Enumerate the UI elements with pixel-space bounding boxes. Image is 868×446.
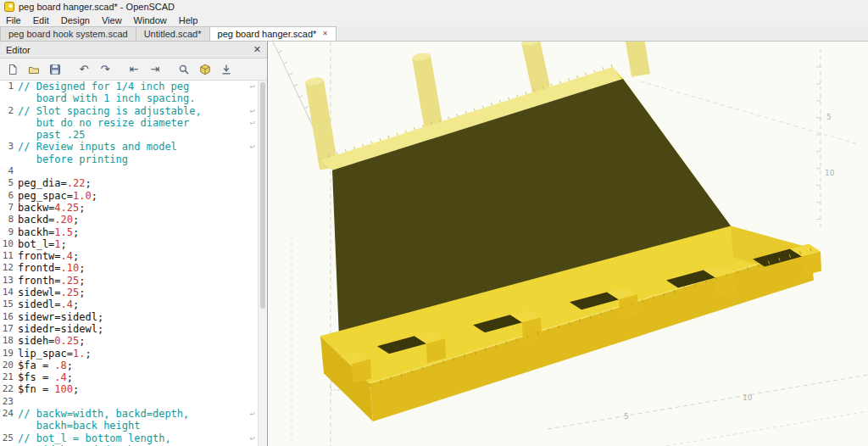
line-number <box>0 129 18 141</box>
editor-scrollbar-thumb[interactable] <box>260 82 265 309</box>
code-line: board with 1 inch spacing. <box>0 92 258 104</box>
code-text: sidedl=.4; <box>18 298 247 310</box>
tab-peg-board-hanger[interactable]: peg board hanger.scad* ✕ <box>209 26 337 41</box>
redo-icon: ↷ <box>101 63 110 75</box>
line-number: 8 <box>0 214 18 226</box>
menu-edit[interactable]: Edit <box>27 15 55 25</box>
wrap-indicator-icon <box>247 226 258 238</box>
code-line: before printing <box>0 153 258 165</box>
wrap-indicator-icon <box>247 214 258 226</box>
line-number: 1 <box>0 81 18 92</box>
code-line: but do no resize diameter↩ <box>0 117 258 129</box>
line-number: 9 <box>0 226 18 238</box>
code-editor[interactable]: 1// Designed for 1/4 inch peg↩ board wit… <box>0 81 267 446</box>
save-button[interactable] <box>46 61 64 78</box>
menu-file[interactable]: File <box>0 15 27 25</box>
undo-icon: ↶ <box>80 63 89 75</box>
new-file-button[interactable] <box>3 61 22 78</box>
open-file-button[interactable] <box>25 61 43 78</box>
line-number: 25 <box>0 432 18 444</box>
axis-tick-label: 10 <box>825 169 835 177</box>
code-rows: 1// Designed for 1/4 inch peg↩ board wit… <box>0 81 258 446</box>
tab-close-icon[interactable]: ✕ <box>322 31 328 37</box>
wrap-indicator-icon <box>247 250 258 262</box>
code-line: 19lip_spac=1.; <box>0 348 258 360</box>
code-line: 18sideh=0.25; <box>0 335 258 347</box>
code-text: but do no resize diameter <box>18 117 247 129</box>
toolbar-separator <box>117 61 122 78</box>
line-number: 14 <box>0 287 18 298</box>
wrap-indicator-icon <box>247 287 258 298</box>
code-line: 16sidewr=sidedl; <box>0 311 258 323</box>
menu-window[interactable]: Window <box>128 15 173 25</box>
line-number: 23 <box>0 396 18 408</box>
menu-view[interactable]: View <box>96 15 128 25</box>
code-text: $fn = 100; <box>18 383 247 395</box>
line-number: 16 <box>0 311 18 323</box>
3d-canvas: 5 10 5 10 <box>268 42 868 446</box>
editor-scrollbar[interactable] <box>258 81 267 446</box>
code-line: 14sidewl=.25; <box>0 287 258 298</box>
code-line: 17sidedr=sidewl; <box>0 323 258 335</box>
code-text: // Review inputs and model <box>18 141 247 153</box>
line-number <box>0 153 18 165</box>
wrap-indicator-icon <box>247 238 258 250</box>
peg <box>618 42 650 77</box>
line-number: 12 <box>0 262 18 274</box>
line-number: 2 <box>0 105 18 117</box>
toolbar-separator <box>167 61 172 78</box>
code-line: past .25 <box>0 129 258 141</box>
unindent-button[interactable]: ⇤ <box>125 61 143 78</box>
undo-button[interactable]: ↶ <box>75 61 93 78</box>
code-text: $fa = .8; <box>18 360 247 371</box>
wrap-indicator-icon <box>247 129 258 141</box>
line-number <box>0 420 18 432</box>
line-number <box>0 117 18 129</box>
code-line: 25// bot_l = bottom length,↩ <box>0 432 258 444</box>
save-icon <box>49 64 61 75</box>
indent-button[interactable]: ⇥ <box>146 61 164 78</box>
line-number <box>0 92 18 104</box>
line-number: 10 <box>0 238 18 250</box>
code-text: bot_l=1; <box>18 238 247 250</box>
unindent-icon: ⇤ <box>130 63 139 75</box>
line-number: 5 <box>0 177 18 189</box>
code-line: 9backh=1.5; <box>0 226 258 238</box>
wrap-indicator-icon <box>247 383 258 395</box>
line-number: 15 <box>0 298 18 310</box>
tab-peg-board-hook-system[interactable]: peg board hook system.scad <box>0 26 136 41</box>
code-text: sidedr=sidewl; <box>18 323 247 335</box>
code-line: 12frontd=.10; <box>0 262 258 274</box>
wrap-indicator-icon: ↩ <box>247 432 258 444</box>
code-text: backh=back height <box>18 420 247 432</box>
code-text: // bot_l = bottom length, <box>18 432 247 444</box>
editor-close-button[interactable]: ✕ <box>253 44 261 55</box>
preview-button[interactable] <box>175 61 193 78</box>
line-number: 11 <box>0 250 18 262</box>
code-text: // backw=width, backd=depth, <box>18 408 247 420</box>
code-line: backh=back height <box>0 420 258 432</box>
code-line: 2// Slot spacing is adjustable,↩ <box>0 105 258 117</box>
editor-panel: Editor ✕ ↶ ↷ ⇤ ⇥ <box>0 42 268 446</box>
render-icon <box>199 64 211 75</box>
render-button[interactable] <box>196 61 214 78</box>
menu-design[interactable]: Design <box>55 15 96 25</box>
wrap-indicator-icon <box>247 348 258 360</box>
line-number: 17 <box>0 323 18 335</box>
title-bar: peg board hanger.scad* - OpenSCAD <box>0 0 868 14</box>
3d-viewport[interactable]: 5 10 5 10 <box>268 42 868 446</box>
axis-tick-label: 5 <box>624 412 629 421</box>
code-text: sideh=0.25; <box>18 335 247 347</box>
editor-toolbar: ↶ ↷ ⇤ ⇥ <box>0 59 267 81</box>
document-tab-bar: peg board hook system.scad Untitled.scad… <box>0 26 868 42</box>
tab-untitled[interactable]: Untitled.scad* <box>136 26 210 41</box>
line-number: 24 <box>0 408 18 420</box>
export-button[interactable] <box>217 61 236 78</box>
window-title: peg board hanger.scad* - OpenSCAD <box>19 2 175 12</box>
menu-help[interactable]: Help <box>173 15 204 25</box>
redo-button[interactable]: ↷ <box>96 61 114 78</box>
axis-tick-label: 10 <box>743 393 753 402</box>
code-line: 21$fs = .4; <box>0 371 258 383</box>
code-text: backd=.20; <box>18 214 247 226</box>
wrap-indicator-icon: ↩ <box>247 81 258 92</box>
